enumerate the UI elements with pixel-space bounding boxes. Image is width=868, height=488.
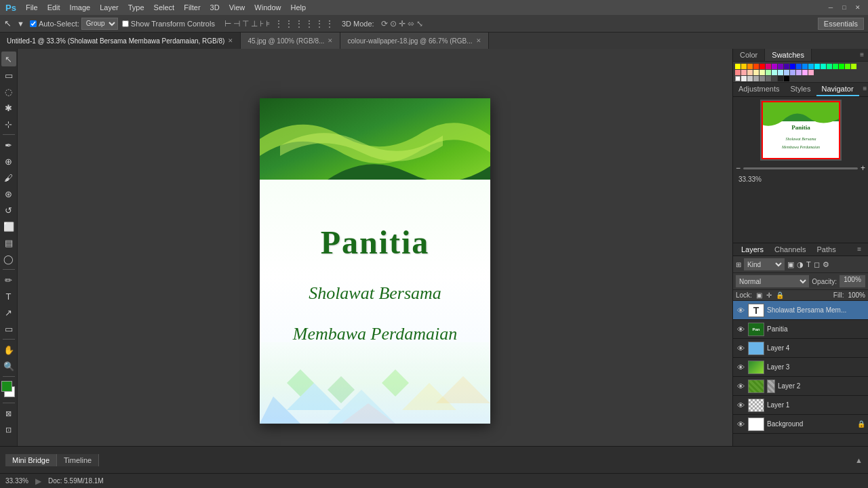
crop-tool[interactable]: ⊹ — [1, 117, 16, 131]
gradient-tool[interactable]: ▤ — [1, 235, 16, 250]
navigator-tab[interactable]: Navigator — [816, 83, 859, 96]
tab-45jpg[interactable]: 45.jpg @ 100% (RGB/8... ✕ — [241, 33, 340, 49]
paths-tab[interactable]: Paths — [812, 243, 842, 256]
foreground-color-box[interactable] — [1, 381, 12, 392]
pen-tool[interactable]: ✏ — [1, 272, 16, 287]
channels-tab[interactable]: Channels — [769, 243, 811, 256]
swatch-white[interactable] — [735, 76, 741, 81]
zoom-in-icon[interactable]: + — [861, 163, 865, 173]
menu-help[interactable]: Help — [290, 3, 306, 12]
adjustments-tab[interactable]: Adjustments — [733, 83, 785, 96]
status-expand-icon[interactable]: ▶ — [35, 476, 41, 486]
minimize-button[interactable]: ─ — [826, 3, 835, 12]
swatch-light-cyan[interactable] — [778, 70, 783, 75]
swatch-light-teal[interactable] — [772, 70, 777, 75]
layer-item-sholawat[interactable]: 👁 T Sholawat Bersama Mem... — [733, 301, 868, 320]
swatch-green2[interactable] — [833, 64, 838, 69]
menu-type[interactable]: Type — [128, 3, 144, 12]
swatch-blue2[interactable] — [796, 64, 802, 69]
mini-bridge-expand-icon[interactable]: ▲ — [855, 456, 863, 464]
swatch-green[interactable] — [839, 64, 844, 69]
swatch-light-yellow[interactable] — [760, 70, 765, 75]
swatch-lime[interactable] — [845, 64, 850, 69]
swatch-light-red[interactable] — [735, 70, 741, 75]
filter-type-icon[interactable]: T — [806, 260, 811, 268]
color-picker[interactable] — [0, 381, 18, 400]
zoom-tool[interactable]: 🔍 — [1, 359, 16, 373]
swatch-near-black[interactable] — [778, 76, 783, 81]
history-brush-tool[interactable]: ↺ — [1, 203, 16, 218]
swatch-teal[interactable] — [821, 64, 826, 69]
swatch-yellow2[interactable] — [741, 64, 747, 69]
layer-eye-panitia[interactable]: 👁 — [736, 325, 745, 334]
swatch-gray1[interactable] — [753, 76, 759, 81]
swatch-gray2[interactable] — [760, 76, 765, 81]
spot-heal-tool[interactable]: ⊕ — [1, 154, 16, 169]
layer-item-layer2[interactable]: 👁 Layer 2 — [733, 377, 868, 396]
layer-eye-layer3[interactable]: 👁 — [736, 363, 745, 372]
menu-select[interactable]: Select — [154, 3, 175, 12]
auto-select-checkbox[interactable] — [30, 20, 37, 27]
zoom-out-icon[interactable]: − — [736, 163, 741, 173]
layers-tab[interactable]: Layers — [736, 243, 769, 256]
filter-adjust-icon[interactable]: ◑ — [797, 260, 804, 269]
swatch-cyan2[interactable] — [814, 64, 820, 69]
swatch-dark-gray[interactable] — [772, 76, 777, 81]
align-bottom-icon[interactable]: ⊧ — [266, 19, 270, 28]
tab-close-45jpg[interactable]: ✕ — [328, 37, 333, 44]
swatch-dark-violet[interactable] — [784, 64, 789, 69]
path-select-tool[interactable]: ↗ — [1, 305, 16, 320]
swatch-yellow-green[interactable] — [851, 64, 856, 69]
filter-shape-icon[interactable]: ◻ — [814, 260, 820, 269]
tab-close-untitled[interactable]: ✕ — [228, 37, 233, 44]
swatch-orange[interactable] — [747, 64, 753, 69]
swatch-violet[interactable] — [778, 64, 783, 69]
opacity-value[interactable]: 100% — [840, 275, 865, 287]
text-tool[interactable]: T — [1, 289, 16, 304]
swatch-light-gray[interactable] — [747, 76, 753, 81]
tab-untitled[interactable]: Untitled-1 @ 33.3% (Sholawat Bersama Mem… — [0, 33, 241, 49]
swatch-blue3[interactable] — [802, 64, 808, 69]
swatches-tab[interactable]: Swatches — [765, 49, 812, 61]
maximize-button[interactable]: □ — [840, 3, 849, 12]
layer-eye-layer1[interactable]: 👁 — [736, 401, 745, 410]
3d-rotate-icon[interactable]: ⟳ — [381, 19, 388, 28]
adj-panel-menu[interactable]: ≡ — [859, 83, 868, 96]
layer-eye-background[interactable]: 👁 — [736, 420, 745, 429]
menu-window[interactable]: Window — [254, 3, 281, 12]
distribute-center-v-icon[interactable]: ⋮ — [315, 19, 323, 28]
lock-all-icon[interactable]: 🔒 — [776, 291, 784, 299]
distribute-left-icon[interactable]: ⋮ — [275, 19, 283, 28]
layer-eye-layer2[interactable]: 👁 — [736, 382, 745, 391]
quick-select-tool[interactable]: ✱ — [1, 100, 16, 115]
swatch-gray3[interactable] — [766, 76, 771, 81]
swatch-blue[interactable] — [790, 64, 795, 69]
swatch-near-white[interactable] — [741, 76, 747, 81]
color-tab[interactable]: Color — [733, 49, 765, 61]
swatch-peach[interactable] — [747, 70, 753, 75]
swatch-rose[interactable] — [808, 70, 814, 75]
timeline-tab[interactable]: Timeline — [57, 454, 99, 466]
menu-file[interactable]: File — [26, 3, 38, 12]
close-button[interactable]: ✕ — [853, 3, 863, 12]
auto-select-dropdown[interactable]: Group Layer — [81, 18, 118, 30]
menu-3d[interactable]: 3D — [210, 3, 220, 12]
lock-position-icon[interactable]: ✛ — [766, 291, 772, 299]
filter-pixel-icon[interactable]: ▣ — [787, 260, 794, 269]
swatch-light-purple[interactable] — [790, 70, 795, 75]
swatch-light-blue[interactable] — [784, 70, 789, 75]
swatch-lavender[interactable] — [796, 70, 802, 75]
select-rect-tool[interactable]: ▭ — [1, 68, 16, 83]
layer-item-panitia[interactable]: 👁 Pan Panitia — [733, 320, 868, 339]
align-top-icon[interactable]: ⊥ — [251, 19, 258, 28]
essentials-button[interactable]: Essentials — [818, 18, 864, 30]
swatch-cyan[interactable] — [808, 64, 814, 69]
menu-edit[interactable]: Edit — [47, 3, 60, 12]
distribute-top-icon[interactable]: ⋮ — [305, 19, 313, 28]
screen-mode-tool[interactable]: ⊡ — [1, 422, 16, 437]
tab-colour-wallpaper[interactable]: colour-wallpaper-18.jpg @ 66.7% (RGB... … — [340, 33, 488, 49]
hand-tool[interactable]: ✋ — [1, 342, 16, 357]
brush-tool[interactable]: 🖌 — [1, 170, 16, 185]
menu-filter[interactable]: Filter — [184, 3, 200, 12]
swatch-green-cyan[interactable] — [827, 64, 832, 69]
